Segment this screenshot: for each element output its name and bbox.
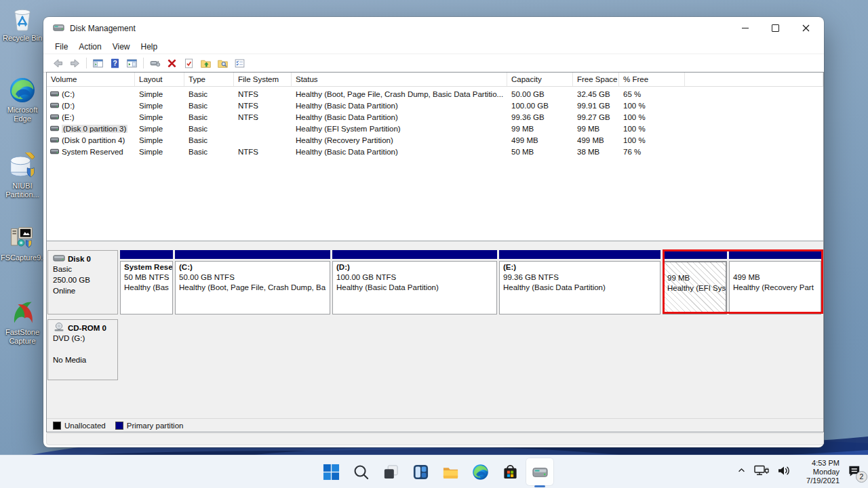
- legend-swatch: [53, 422, 61, 430]
- column-header-free-space[interactable]: Free Space: [573, 73, 619, 86]
- cdrom-info-panel[interactable]: CD-ROM 0 DVD (G:) No Media: [47, 319, 118, 380]
- forward-button[interactable]: [66, 56, 83, 70]
- menu-action[interactable]: Action: [73, 41, 106, 53]
- taskbar-disk-management-button[interactable]: [526, 458, 553, 485]
- disk0-name: Disk 0: [68, 255, 91, 263]
- partition-header-bar: [663, 250, 727, 259]
- taskbar-search-button[interactable]: [347, 458, 374, 485]
- caption-buttons: [730, 17, 821, 39]
- cell: 100.00 GB: [507, 102, 573, 110]
- explore-icon: [217, 58, 229, 69]
- cell: Basic: [184, 125, 234, 133]
- desktop-icon-microsoft-edge[interactable]: Microsoft Edge: [1, 76, 44, 123]
- toolbar-separator: [143, 58, 144, 68]
- volume-row[interactable]: System ReservedSimpleBasicNTFSHealthy (B…: [47, 146, 823, 157]
- search-icon: [353, 464, 370, 481]
- desktop-icon-label: FastStone Capture: [1, 328, 44, 346]
- cell: Basic: [184, 113, 234, 121]
- desktop-icon-fscapture[interactable]: FSCapture9.4: [1, 224, 44, 262]
- delete-volume-button[interactable]: [163, 56, 180, 70]
- disk0-type: Basic: [53, 264, 117, 274]
- cell: Basic: [184, 148, 234, 156]
- desktop-icon-recycle-bin[interactable]: Recycle Bin: [1, 4, 44, 43]
- cell: Healthy (Boot, Page File, Crash Dump, Ba…: [292, 90, 507, 98]
- desktop-icon-faststone[interactable]: FastStone Capture: [1, 298, 44, 346]
- fscapture-icon: [9, 224, 36, 251]
- device-button[interactable]: [146, 56, 163, 70]
- taskbar-file-explorer-button[interactable]: [437, 458, 464, 485]
- svg-text:?: ?: [113, 60, 117, 67]
- maximize-button[interactable]: [760, 17, 791, 39]
- column-header-file-system[interactable]: File System: [234, 73, 292, 86]
- open-button[interactable]: [197, 56, 214, 70]
- menu-file[interactable]: File: [50, 41, 73, 53]
- edge-icon: [472, 464, 489, 481]
- tray-overflow-button[interactable]: [736, 466, 747, 478]
- partition-c[interactable]: (C:)50.00 GB NTFSHealthy (Boot, Page Fil…: [175, 250, 330, 314]
- menu-view[interactable]: View: [107, 41, 136, 53]
- back-button[interactable]: [50, 56, 66, 70]
- close-button[interactable]: [791, 17, 821, 39]
- legend-label: Unallocated: [64, 422, 106, 430]
- volume-drive-icon: [50, 148, 59, 155]
- partition-healthy-recovery-part[interactable]: 499 MBHealthy (Recovery Part: [729, 250, 821, 314]
- partition-name: System Rese: [124, 263, 172, 273]
- speaker-icon: [777, 465, 791, 476]
- tray-volume-button[interactable]: [777, 465, 791, 479]
- explore-button[interactable]: [214, 56, 231, 70]
- volume-row[interactable]: (C:)SimpleBasicNTFSHealthy (Boot, Page F…: [47, 88, 823, 100]
- close-icon: [802, 24, 810, 32]
- volume-cell: (C:): [47, 90, 135, 98]
- volume-row[interactable]: (E:)SimpleBasicNTFSHealthy (Basic Data P…: [47, 111, 823, 123]
- partition-header-bar: [499, 250, 660, 259]
- column-header-type[interactable]: Type: [184, 73, 234, 86]
- properties-icon: [183, 58, 195, 69]
- open-icon: [200, 58, 212, 69]
- menu-bar: FileActionViewHelp: [43, 39, 824, 54]
- show-action-pane-icon: [126, 58, 138, 69]
- column-header-capacity[interactable]: Capacity: [507, 73, 573, 86]
- help-button[interactable]: ?: [106, 56, 123, 70]
- volume-row[interactable]: (Disk 0 partition 4)SimpleBasicHealthy (…: [47, 134, 823, 146]
- disk0-info-panel[interactable]: Disk 0 Basic 250.00 GB Online: [47, 250, 118, 314]
- show-action-pane-button[interactable]: [123, 56, 140, 70]
- menu-help[interactable]: Help: [136, 41, 163, 53]
- legend-swatch: [115, 422, 123, 430]
- cell: Basic: [184, 102, 234, 110]
- toolbar-separator: [86, 58, 87, 68]
- column-header-volume[interactable]: Volume: [47, 73, 135, 86]
- cell: 100 %: [619, 113, 685, 121]
- column-header--free[interactable]: % Free: [619, 73, 685, 86]
- taskbar-task-view-button[interactable]: [377, 458, 404, 485]
- options-button[interactable]: [231, 56, 248, 70]
- volume-row[interactable]: (Disk 0 partition 3)SimpleBasicHealthy (…: [47, 123, 823, 134]
- column-header-status[interactable]: Status: [292, 73, 507, 86]
- properties-button[interactable]: [180, 56, 197, 70]
- taskbar-edge-button[interactable]: [467, 458, 494, 485]
- disk0-status: Online: [53, 285, 117, 296]
- taskbar-start-button[interactable]: [317, 458, 344, 485]
- task-view-icon: [382, 464, 399, 481]
- taskbar-store-button[interactable]: [496, 458, 524, 485]
- notification-center-button[interactable]: 2: [847, 464, 861, 481]
- minimize-button[interactable]: [730, 17, 760, 39]
- partition-size: 99 MB: [667, 274, 726, 284]
- cell: 499 MB: [573, 136, 619, 144]
- partition-size: 50 MB NTFS: [124, 273, 172, 283]
- volume-cell: (D:): [47, 102, 135, 110]
- notification-badge: 2: [856, 471, 867, 483]
- volume-name: (D:): [62, 102, 75, 110]
- titlebar[interactable]: Disk Management: [43, 17, 824, 39]
- taskbar-clock[interactable]: 4:53 PM Monday 7/19/2021: [799, 459, 840, 485]
- partition-e[interactable]: (E:)99.36 GB NTFSHealthy (Basic Data Par…: [499, 250, 660, 314]
- column-header-layout[interactable]: Layout: [135, 73, 184, 86]
- partition-healthy-efi-sys[interactable]: 99 MBHealthy (EFI Sys: [663, 250, 727, 314]
- desktop-icon-niubi[interactable]: NIUBI Partition...: [1, 152, 44, 199]
- show-console-tree-button[interactable]: [90, 56, 106, 70]
- partition-d[interactable]: (D:)100.00 GB NTFSHealthy (Basic Data Pa…: [332, 250, 497, 314]
- disk-management-icon: [532, 464, 549, 481]
- partition-systemrese[interactable]: System Rese50 MB NTFSHealthy (Bas: [120, 250, 173, 314]
- taskbar-widgets-button[interactable]: [407, 458, 434, 485]
- volume-row[interactable]: (D:)SimpleBasicNTFSHealthy (Basic Data P…: [47, 100, 823, 111]
- tray-network-button[interactable]: [754, 465, 770, 479]
